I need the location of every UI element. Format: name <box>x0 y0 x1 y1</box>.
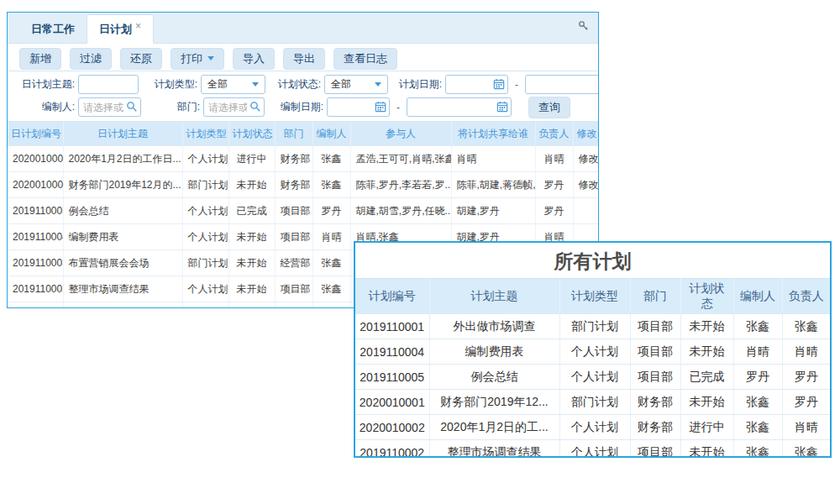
cell-plan-status: 已完成 <box>680 365 733 390</box>
column-header-creator: 编制人 <box>312 122 350 146</box>
cell-plan-id[interactable]: 2019110002 <box>8 276 63 302</box>
cell-plan-id[interactable]: 2019110004 <box>8 224 63 250</box>
calendar-icon[interactable] <box>375 101 386 113</box>
cell-creator: 张鑫 <box>733 390 782 415</box>
calendar-icon[interactable] <box>496 101 508 113</box>
table-row: 20200100022020年1月2日的工...个人计划财务部进行中张鑫肖晴 <box>355 415 830 440</box>
cell-department: 财务部 <box>630 390 680 415</box>
cell-plan-type: 部门计划 <box>182 172 228 198</box>
creator-field <box>78 97 141 117</box>
tab-daily-plan[interactable]: 日计划× <box>87 14 154 44</box>
column-header-shared-with: 将计划共享给谁 <box>451 122 535 146</box>
cell-plan-id[interactable]: 2019110005 <box>8 198 63 224</box>
cell-plan-subject[interactable]: 外出做市场调查 <box>63 302 182 309</box>
creator-label: 编制人: <box>31 100 75 114</box>
cell-plan-subject[interactable]: 布置营销展会会场 <box>63 250 182 276</box>
cell-plan-subject[interactable]: 编制费用表 <box>63 224 182 250</box>
created-date-label: 编制日期: <box>276 100 323 114</box>
cell-plan-id: 2020010001 <box>355 390 429 415</box>
cell-plan-status: 未开始 <box>228 172 275 198</box>
tab-daily-work[interactable]: 日常工作 <box>19 15 87 43</box>
cell-department: 项目部 <box>275 224 312 250</box>
cell-plan-subject[interactable]: 2020年1月2日的工作日... <box>63 146 182 172</box>
cell-participants: 孟浩,王可可,肖晴,张鑫 <box>350 146 451 172</box>
subject-input[interactable] <box>78 75 139 94</box>
column-header-department: 部门 <box>630 279 680 314</box>
close-icon[interactable]: × <box>135 20 141 32</box>
type-select[interactable]: 全部 <box>201 75 265 94</box>
view-log-button[interactable]: 查看日志 <box>333 48 397 70</box>
cell-plan-type: 个人计划 <box>182 146 228 172</box>
column-header-plan-id: 计划编号 <box>355 279 429 314</box>
cell-plan-id[interactable]: 2019110003 <box>8 250 63 276</box>
cell-plan-subject[interactable]: 财务部门2019年12月的... <box>63 172 182 198</box>
cell-modify[interactable]: 修改 <box>573 172 598 198</box>
status-select[interactable]: 全部 <box>324 75 388 94</box>
cell-owner: 肖晴 <box>782 339 830 365</box>
column-header-plan-type: 计划类型 <box>559 279 630 314</box>
print-button[interactable]: 打印 <box>171 48 224 70</box>
cell-plan-subject[interactable]: 整理市场调查结果 <box>63 276 182 302</box>
cell-plan-status: 未开始 <box>228 276 275 302</box>
cell-creator: 张鑫 <box>733 314 782 339</box>
add-button[interactable]: 新增 <box>19 48 61 70</box>
cell-plan-id[interactable]: 2020010002 <box>8 146 63 172</box>
cell-plan-id[interactable]: 2019110001 <box>8 302 63 309</box>
key-icon[interactable] <box>578 20 590 32</box>
search-icon[interactable] <box>126 101 138 113</box>
cell-plan-type: 个人计划 <box>182 224 228 250</box>
column-header-creator: 编制人 <box>733 279 782 314</box>
query-button[interactable]: 查询 <box>528 97 570 118</box>
cell-modify <box>573 198 598 224</box>
all-plans-table: 计划编号计划主题计划类型部门计划状态编制人负责人2019110001外出做市场调… <box>355 278 830 458</box>
column-header-owner: 负责人 <box>782 279 830 314</box>
cell-plan-subject[interactable]: 例会总结 <box>63 198 182 224</box>
tab-daily-plan-label: 日计划 <box>99 23 132 35</box>
cell-modify[interactable]: 修改 <box>573 146 598 172</box>
cell-plan-id[interactable]: 2020010001 <box>8 172 63 198</box>
cell-plan-id: 2019110005 <box>355 365 429 390</box>
cell-creator: 张鑫 <box>733 415 782 440</box>
created-date-to-field <box>407 97 512 117</box>
cell-shared-with: 肖晴 <box>451 146 535 172</box>
cell-plan-id: 2019110002 <box>355 440 429 459</box>
cell-owner[interactable]: 肖晴 <box>535 146 573 172</box>
cell-owner[interactable]: 罗丹 <box>535 172 573 198</box>
cell-department: 财务部 <box>275 172 312 198</box>
table-row: 2020010001财务部门2019年12...部门计划财务部未开始张鑫罗丹 <box>355 390 830 415</box>
column-header-owner: 负责人 <box>535 122 573 146</box>
cell-plan-id: 2020010002 <box>355 415 429 440</box>
calendar-icon[interactable] <box>493 78 505 90</box>
cell-owner[interactable]: 罗丹 <box>535 198 573 224</box>
type-label: 计划类型: <box>154 77 197 92</box>
cell-department: 经营部 <box>275 250 312 276</box>
cell-department: 财务部 <box>275 146 312 172</box>
all-plans-window: 所有计划 计划编号计划主题计划类型部门计划状态编制人负责人2019110001外… <box>354 241 832 458</box>
cell-creator: 罗丹 <box>733 365 782 390</box>
search-icon[interactable] <box>249 101 261 113</box>
restore-button[interactable]: 还原 <box>120 48 162 70</box>
cell-department: 项目部 <box>275 302 312 309</box>
cell-plan-subject: 整理市场调查结果 <box>429 440 559 459</box>
cell-plan-subject: 财务部门2019年12... <box>429 390 559 415</box>
cell-plan-status: 未开始 <box>228 250 275 276</box>
import-button[interactable]: 导入 <box>233 48 275 70</box>
table-row: 2019110004编制费用表个人计划项目部未开始肖晴肖晴 <box>355 339 830 365</box>
cell-plan-status: 未开始 <box>680 390 733 415</box>
cell-department: 项目部 <box>630 440 680 459</box>
cell-plan-id: 2019110001 <box>355 314 429 339</box>
plan-date-to-input[interactable] <box>525 75 599 94</box>
filter-button[interactable]: 过滤 <box>70 48 112 70</box>
export-button[interactable]: 导出 <box>283 48 325 70</box>
status-select-value: 全部 <box>331 77 351 92</box>
cell-plan-type: 部门计划 <box>559 314 630 339</box>
plan-date-label: 计划日期: <box>398 77 442 92</box>
chevron-down-icon <box>252 82 259 87</box>
column-header-plan-subject: 计划主题 <box>429 279 559 314</box>
cell-plan-type: 个人计划 <box>182 276 228 302</box>
cell-plan-type: 部门计划 <box>182 302 228 309</box>
print-button-label: 打印 <box>181 51 202 66</box>
cell-department: 项目部 <box>275 198 312 224</box>
table-row: 2019110002整理市场调查结果个人计划项目部未开始张鑫张鑫 <box>355 440 830 459</box>
cell-shared-with: 陈菲,胡建,蒋德帧,... <box>451 172 535 198</box>
